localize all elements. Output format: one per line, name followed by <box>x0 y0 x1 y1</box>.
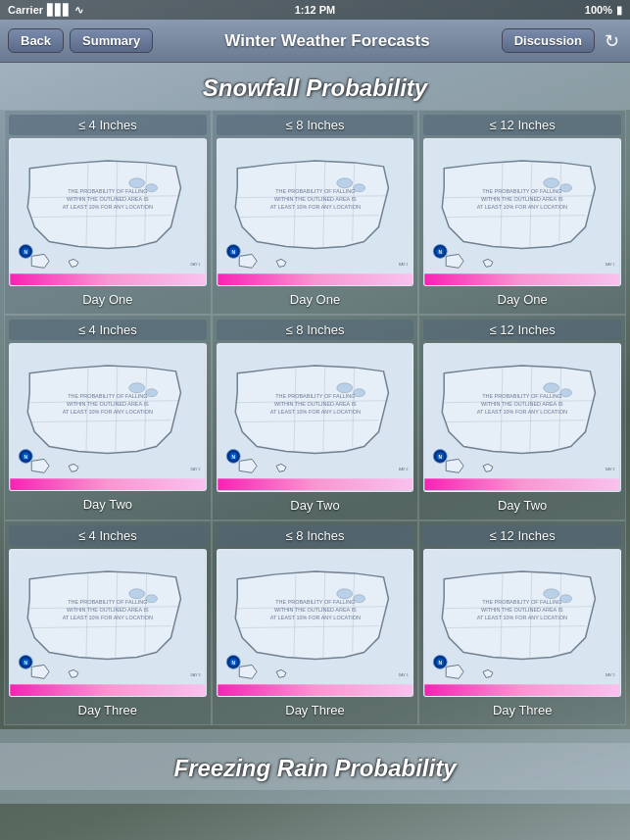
forecast-grid: ≤ 4 Inches N <box>0 110 630 725</box>
svg-text:DAY 2: DAY 2 <box>606 469 615 472</box>
svg-text:DAY 1: DAY 1 <box>191 263 201 267</box>
map-image-2: N THE PROBABILITY OF FALLING WITHIN THE … <box>217 138 414 286</box>
grid-cell-2[interactable]: ≤ 8 Inches N <box>212 110 419 315</box>
nav-bar: Back Summary Winter Weather Forecasts Di… <box>0 20 630 63</box>
svg-text:AT LEAST 10% FOR ANY LOCATION: AT LEAST 10% FOR ANY LOCATION <box>63 204 153 210</box>
refresh-button[interactable]: ↻ <box>601 30 622 52</box>
svg-text:WITHIN THE OUTLINED AREA IS: WITHIN THE OUTLINED AREA IS <box>481 606 563 612</box>
freezing-rain-section: Freezing Rain Probability <box>0 729 630 804</box>
cell-bottom-label-4: Day Two <box>9 494 207 515</box>
svg-text:N: N <box>439 661 443 666</box>
svg-text:AT LEAST 10% FOR ANY LOCATION: AT LEAST 10% FOR ANY LOCATION <box>269 409 360 415</box>
cell-bottom-label-7: Day Three <box>9 700 207 720</box>
svg-text:N: N <box>24 456 27 461</box>
cell-bottom-label-1: Day One <box>9 289 207 310</box>
cell-top-label-6: ≤ 12 Inches <box>423 320 621 340</box>
svg-text:DAY 3: DAY 3 <box>191 673 201 677</box>
svg-point-22 <box>336 178 352 188</box>
map-image-5: N THE PROBABILITY OF FALLING WITHIN THE … <box>217 343 414 491</box>
svg-rect-94 <box>425 479 620 491</box>
main-content: Snowfall Probability ≤ 4 Inches <box>0 63 630 840</box>
svg-rect-142 <box>425 684 620 696</box>
cell-bottom-label-5: Day Two <box>217 495 414 516</box>
cell-top-label-9: ≤ 12 Inches <box>423 525 621 546</box>
svg-text:THE PROBABILITY OF FALLING: THE PROBABILITY OF FALLING <box>275 393 355 399</box>
svg-text:WITHIN THE OUTLINED AREA IS: WITHIN THE OUTLINED AREA IS <box>481 196 563 202</box>
signal-icon: ▋▋▋ <box>47 4 71 17</box>
cell-bottom-label-2: Day One <box>217 289 414 310</box>
grid-cell-9[interactable]: ≤ 12 Inches N <box>418 520 626 725</box>
svg-rect-14 <box>10 273 205 285</box>
grid-cell-1[interactable]: ≤ 4 Inches N <box>4 110 212 315</box>
nav-left: Back Summary <box>8 28 153 53</box>
summary-button[interactable]: Summary <box>70 28 153 53</box>
cell-bottom-label-8: Day Three <box>217 700 414 720</box>
svg-text:WITHIN THE OUTLINED AREA IS: WITHIN THE OUTLINED AREA IS <box>67 196 149 202</box>
back-button[interactable]: Back <box>8 28 64 53</box>
svg-text:N: N <box>231 661 235 666</box>
wifi-icon: ∿ <box>74 4 83 17</box>
svg-point-102 <box>129 588 145 598</box>
battery-label: 100% <box>585 4 612 16</box>
map-image-7: N THE PROBABILITY OF FALLING WITHIN THE … <box>9 549 207 697</box>
map-image-6: N THE PROBABILITY OF FALLING WITHIN THE … <box>423 343 621 491</box>
freezing-title: Freezing Rain Probability <box>173 755 456 781</box>
grid-cell-7[interactable]: ≤ 4 Inches N <box>4 520 212 725</box>
svg-text:DAY 2: DAY 2 <box>398 469 408 472</box>
nav-title: Winter Weather Forecasts <box>153 31 501 51</box>
svg-text:DAY 3: DAY 3 <box>398 673 408 677</box>
map-image-1: N THE PROBABILITY OF FALLING WITHIN THE … <box>9 138 207 286</box>
svg-text:DAY 3: DAY 3 <box>606 673 615 677</box>
svg-text:THE PROBABILITY OF FALLING: THE PROBABILITY OF FALLING <box>68 598 147 604</box>
svg-rect-78 <box>218 479 412 491</box>
cell-bottom-label-3: Day One <box>423 289 621 310</box>
svg-text:AT LEAST 10% FOR ANY LOCATION: AT LEAST 10% FOR ANY LOCATION <box>477 614 567 619</box>
svg-point-6 <box>129 178 145 188</box>
discussion-button[interactable]: Discussion <box>502 28 595 53</box>
svg-text:DAY 1: DAY 1 <box>606 263 615 267</box>
svg-text:N: N <box>439 456 443 461</box>
svg-text:N: N <box>24 661 27 666</box>
grid-cell-3[interactable]: ≤ 12 Inches N <box>418 110 626 315</box>
svg-text:AT LEAST 10% FOR ANY LOCATION: AT LEAST 10% FOR ANY LOCATION <box>269 204 360 210</box>
cell-top-label-4: ≤ 4 Inches <box>9 320 207 340</box>
cell-bottom-label-6: Day Two <box>423 495 621 516</box>
status-time: 1:12 PM <box>295 4 336 16</box>
grid-cell-4[interactable]: ≤ 4 Inches N <box>4 315 212 519</box>
svg-text:DAY 1: DAY 1 <box>398 263 408 267</box>
svg-point-134 <box>544 588 559 598</box>
svg-point-70 <box>336 383 352 393</box>
status-left: Carrier ▋▋▋ ∿ <box>8 4 83 17</box>
cell-top-label-8: ≤ 8 Inches <box>217 525 414 546</box>
status-bar: Carrier ▋▋▋ ∿ 1:12 PM 100% ▮ <box>0 0 630 20</box>
svg-text:N: N <box>439 250 443 255</box>
svg-text:AT LEAST 10% FOR ANY LOCATION: AT LEAST 10% FOR ANY LOCATION <box>477 409 567 415</box>
svg-point-86 <box>544 383 559 393</box>
freezing-section-header: Freezing Rain Probability <box>0 743 630 790</box>
map-image-4: N THE PROBABILITY OF FALLING WITHIN THE … <box>9 343 207 491</box>
status-right: 100% ▮ <box>585 4 622 17</box>
grid-cell-5[interactable]: ≤ 8 Inches N <box>212 315 419 519</box>
grid-cell-8[interactable]: ≤ 8 Inches N <box>212 520 419 725</box>
svg-point-38 <box>544 178 559 188</box>
svg-text:WITHIN THE OUTLINED AREA IS: WITHIN THE OUTLINED AREA IS <box>274 401 357 407</box>
svg-text:THE PROBABILITY OF FALLING: THE PROBABILITY OF FALLING <box>275 598 355 604</box>
cell-top-label-5: ≤ 8 Inches <box>217 320 414 340</box>
svg-text:AT LEAST 10% FOR ANY LOCATION: AT LEAST 10% FOR ANY LOCATION <box>63 409 153 415</box>
snowfall-section-header: Snowfall Probability <box>0 63 630 110</box>
cell-top-label-7: ≤ 4 Inches <box>9 525 207 546</box>
grid-cell-6[interactable]: ≤ 12 Inches N <box>418 315 626 519</box>
svg-text:WITHIN THE OUTLINED AREA IS: WITHIN THE OUTLINED AREA IS <box>274 196 357 202</box>
svg-text:THE PROBABILITY OF FALLING: THE PROBABILITY OF FALLING <box>68 188 147 194</box>
svg-text:N: N <box>231 250 235 255</box>
svg-text:AT LEAST 10% FOR ANY LOCATION: AT LEAST 10% FOR ANY LOCATION <box>269 614 360 619</box>
svg-point-54 <box>129 383 145 393</box>
map-image-3: N THE PROBABILITY OF FALLING WITHIN THE … <box>423 138 621 286</box>
map-image-9: N THE PROBABILITY OF FALLING WITHIN THE … <box>423 549 621 697</box>
cell-top-label-1: ≤ 4 Inches <box>9 115 207 135</box>
cell-top-label-2: ≤ 8 Inches <box>217 115 414 135</box>
svg-text:WITHIN THE OUTLINED AREA IS: WITHIN THE OUTLINED AREA IS <box>67 401 149 407</box>
svg-text:AT LEAST 10% FOR ANY LOCATION: AT LEAST 10% FOR ANY LOCATION <box>63 614 153 619</box>
svg-text:WITHIN THE OUTLINED AREA IS: WITHIN THE OUTLINED AREA IS <box>67 606 149 612</box>
svg-text:DAY 2: DAY 2 <box>191 469 201 472</box>
